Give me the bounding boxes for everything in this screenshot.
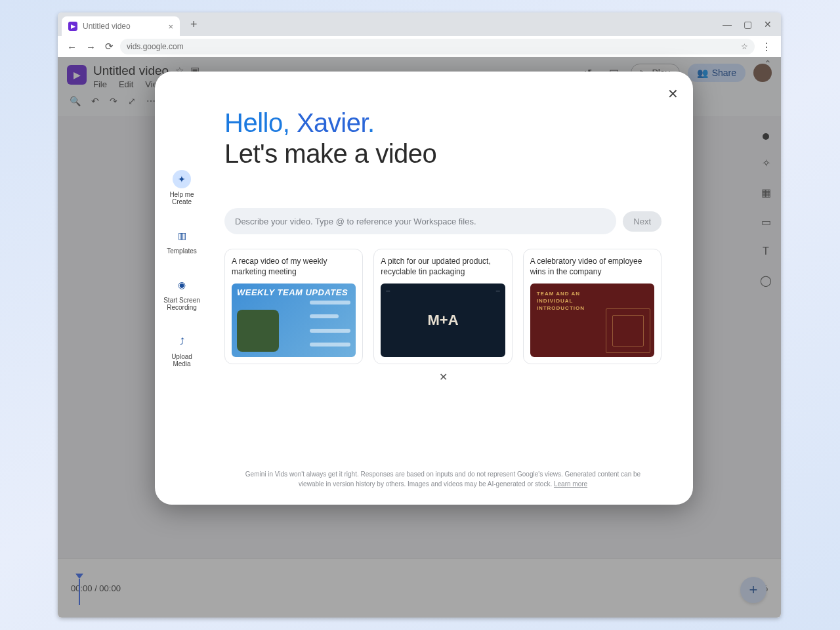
templates-icon: ▥ [173, 226, 191, 245]
spark-icon: ✦ [173, 170, 191, 188]
card-thumbnail: —— M+A [381, 284, 505, 357]
disclaimer: Gemini in Vids won't always get it right… [224, 469, 662, 489]
url-field[interactable]: vids.google.com ☆ [120, 39, 755, 54]
greeting-prefix: Hello, [224, 108, 297, 137]
tab-close-icon[interactable]: × [168, 22, 173, 32]
suggestion-card-3[interactable]: A celebratory video of employee wins in … [523, 249, 662, 364]
learn-more-link[interactable]: Learn more [554, 480, 587, 488]
thumb-headline: TEAM AND AN INDIVIDUAL INTRODUCTION [537, 290, 585, 312]
new-tab-button[interactable]: + [185, 15, 203, 34]
bookmark-star-icon[interactable]: ☆ [741, 42, 748, 51]
subtitle: Let's make a video [224, 139, 662, 169]
prompt-placeholder: Describe your video. Type @ to reference… [235, 217, 476, 226]
card-thumbnail: TEAM AND AN INDIVIDUAL INTRODUCTION [530, 284, 654, 357]
suggestion-card-1[interactable]: A recap video of my weekly marketing mee… [224, 249, 363, 364]
modal-close-icon[interactable]: ✕ [667, 86, 679, 102]
sidebar-item-label: Templates [167, 247, 197, 255]
sidebar-item-upload-media[interactable]: ⤴ Upload Media [162, 332, 201, 368]
sidebar-item-templates[interactable]: ▥ Templates [162, 226, 201, 255]
thumb-topstrip: —— [381, 289, 505, 295]
modal-sidebar: ✦ Help me Create ▥ Templates ◉ Start Scr… [155, 72, 209, 505]
next-button[interactable]: Next [623, 211, 662, 232]
greeting: Hello, Xavier. [224, 108, 662, 138]
window-close-icon[interactable]: ✕ [764, 19, 772, 30]
record-icon: ◉ [173, 276, 191, 294]
address-bar: ← → ⟳ vids.google.com ☆ ⋮ [58, 36, 781, 57]
greeting-suffix: . [368, 108, 375, 137]
shuffle-suggestions-icon[interactable]: ✕ [439, 371, 448, 383]
person-photo-placeholder [237, 310, 279, 352]
tab-bar: ▶ Untitled video × + — ▢ ✕ [58, 12, 781, 36]
card-title: A pitch for our updated product, recycla… [381, 256, 505, 278]
card-title: A recap video of my weekly marketing mee… [232, 256, 356, 278]
help-me-create-modal: ✦ Help me Create ▥ Templates ◉ Start Scr… [155, 72, 693, 505]
sidebar-item-label: Start Screen Recording [162, 297, 201, 311]
reload-icon[interactable]: ⟳ [102, 38, 116, 55]
modal-main: ✕ Hello, Xavier. Let's make a video Desc… [209, 72, 693, 505]
url-text: vids.google.com [127, 42, 184, 51]
suggestion-card-2[interactable]: A pitch for our updated product, recycla… [373, 249, 512, 364]
back-icon[interactable]: ← [64, 39, 79, 55]
suggestion-cards: A recap video of my weekly marketing mee… [224, 249, 662, 364]
maximize-icon[interactable]: ▢ [744, 19, 752, 30]
tab-title: Untitled video [83, 22, 131, 31]
prompt-input[interactable]: Describe your video. Type @ to reference… [224, 208, 616, 234]
overflow-menu-icon[interactable]: ⋮ [759, 41, 774, 53]
decorative-grid [602, 304, 654, 357]
window-controls: — ▢ ✕ [723, 19, 777, 30]
thumb-headline: M+A [427, 312, 458, 329]
card-title: A celebratory video of employee wins in … [530, 256, 654, 278]
sidebar-item-label: Upload Media [162, 353, 201, 368]
card-thumbnail: WEEKLY TEAM UPDATES [232, 284, 356, 357]
sidebar-item-help-me-create[interactable]: ✦ Help me Create [162, 170, 201, 205]
minimize-icon[interactable]: — [723, 19, 732, 30]
vids-favicon: ▶ [68, 22, 77, 31]
sidebar-item-label: Help me Create [162, 191, 201, 205]
browser-window: ▶ Untitled video × + — ▢ ✕ ← → ⟳ vids.go… [58, 12, 781, 618]
sidebar-item-screen-recording[interactable]: ◉ Start Screen Recording [162, 276, 201, 311]
greeting-name: Xavier [297, 108, 368, 137]
next-label: Next [633, 217, 651, 226]
browser-tab[interactable]: ▶ Untitled video × [62, 16, 180, 36]
upload-icon: ⤴ [173, 332, 191, 350]
forward-icon[interactable]: → [83, 39, 98, 55]
text-lines-placeholder [310, 295, 350, 352]
